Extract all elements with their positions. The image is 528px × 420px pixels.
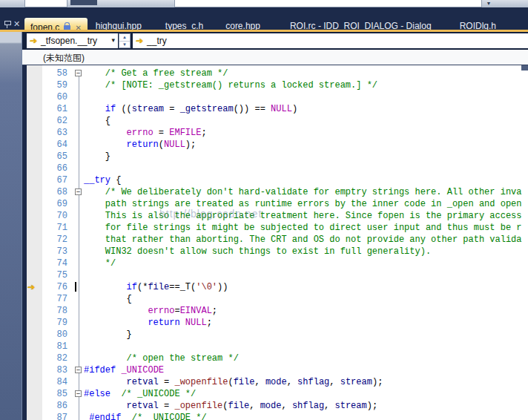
code-line: 73 WIN32 doesn't allow such things to ex… [22,246,528,257]
code-line: 58− /* Get a free stream */ [22,68,528,79]
fold-collapse-box[interactable]: − [75,70,82,76]
code-text: */ [84,257,116,269]
code-text: that rather than aborting. The CRT and O… [84,234,522,246]
code-text: #else /* _UNICODE */ [84,388,196,400]
code-line: 83−#ifdef _UNICODE [22,364,528,376]
code-text: /* open the stream */ [84,352,239,364]
code-text: if ((stream = _getstream()) == NULL) [84,103,297,115]
code-line: 81 [22,341,528,352]
navigation-bar: ➔ _tfsopen.__try ▾ ▲ ▼ ➔ __try [22,32,528,50]
context-dropdown[interactable]: ➔ __try [133,33,528,48]
close-icon[interactable]: ✕ [13,19,20,29]
code-line: 71 for file strings it might be subjecte… [22,222,528,234]
code-text: /* Get a free stream */ [84,68,228,79]
line-number: 79 [42,317,67,329]
line-number: 64 [42,139,67,151]
code-line: 77 { [22,293,528,305]
line-number: 65 [42,151,67,163]
current-statement-arrow-icon: ➔ [27,281,35,293]
code-line: 80 } [22,329,528,341]
line-number: 76 [42,281,67,293]
code-line: 85−#else /* _UNICODE */ [22,388,528,400]
nav-spinner: ▲ ▼ [119,33,131,48]
code-text: #endif /* _UNICODE */ [84,412,207,420]
code-text: WIN32 doesn't allow such things to exist… [84,246,431,257]
code-text: __try { [84,174,121,186]
code-line: 75 [22,269,528,281]
code-line: 63 errno = EMFILE; [22,127,528,139]
code-line: 84 retval = _wopenfile(file, mode, shfla… [22,376,528,388]
code-text: retval = _wopenfile(file, mode, shflag, … [84,376,383,388]
code-line: 60 [22,91,528,103]
line-number: 85 [42,388,67,400]
toolbar-button-partial[interactable] [70,0,97,5]
line-number: 63 [42,127,67,139]
line-number: 73 [42,246,67,257]
code-line: 79 return NULL; [22,317,528,329]
code-line: 61 if ((stream = _getstream()) == NULL) [22,103,528,115]
line-number: 83 [42,364,67,376]
code-text: path strings are treated as runtime erro… [84,198,522,210]
code-line: 74 */ [22,257,528,269]
code-text: } [84,329,132,341]
scope-label: (未知范围) [43,52,85,65]
code-text: return NULL; [84,317,212,329]
text-caret [75,282,76,292]
code-line: ➔76 if(*file==_T('\0')) [22,281,528,293]
code-text: } [84,151,110,163]
code-text: for file strings it might be subjected t… [84,222,522,234]
code-text: { [84,293,132,305]
fold-collapse-box[interactable]: − [75,188,82,195]
line-number: 84 [42,376,67,388]
pin-icon[interactable] [4,21,11,25]
code-line: 70 This is also the appropriate treatmen… [22,210,528,222]
fold-collapse-box[interactable]: − [75,390,82,397]
code-line: 65 } [22,151,528,163]
function-dropdown-value: _tfsopen.__try [41,36,97,46]
line-number: 62 [42,115,67,127]
nav-arrow-icon: ➔ [30,36,37,46]
line-number: 61 [42,103,67,115]
spinner-up-button[interactable]: ▲ [119,34,130,42]
line-number: 78 [42,305,67,317]
code-line: 66 [22,163,528,174]
line-number: 59 [42,79,67,91]
toolbar-searchbox-partial[interactable] [174,0,482,7]
line-number: 71 [42,222,67,234]
line-number: 81 [42,341,67,352]
line-number: 58 [42,68,67,79]
line-number: 70 [42,210,67,222]
line-number: 82 [42,352,67,364]
line-number: 74 [42,257,67,269]
line-number: 87 [42,412,67,420]
line-number: 77 [42,293,67,305]
code-line: 69 path strings are treated as runtime e… [22,198,528,210]
chevron-down-icon[interactable]: ▾ [111,36,115,44]
line-number: 69 [42,198,67,210]
line-number: 75 [42,269,67,281]
spinner-down-button[interactable]: ▼ [119,42,130,48]
code-line: 82 /* open the stream */ [22,352,528,364]
nav-arrow-icon: ➔ [136,36,143,46]
code-line: 86 retval = _openfile(file, mode, shflag… [22,400,528,412]
code-text: /* We deliberately don't hard-validate f… [84,186,522,198]
code-text: return(NULL); [84,139,196,151]
code-text: /* [NOTE: _getstream() returns a locked … [84,79,377,91]
document-tab-bar: ✕ fopen.c✕highgui.hpptypes_c.hcore.hppRO… [0,7,528,30]
code-line: 59 /* [NOTE: _getstream() returns a lock… [22,79,528,91]
fold-collapse-box[interactable]: − [75,367,82,373]
line-number: 80 [42,329,67,341]
scope-bar: (未知范围) [22,50,528,65]
function-dropdown[interactable]: ➔ _tfsopen.__try ▾ [27,33,118,48]
line-number: 60 [42,91,67,103]
toolbar-dropdown-arrow-icon[interactable]: ▼ [482,0,495,7]
code-editor[interactable]: 58− /* Get a free stream */59 /* [NOTE: … [22,65,528,420]
line-number: 86 [42,400,67,412]
line-number: 68 [42,186,67,198]
code-line: 87 #endif /* _UNICODE */ [22,412,528,420]
line-number: 66 [42,163,67,174]
code-text: #ifdef _UNICODE [84,364,164,376]
code-line: 64 return(NULL); [22,139,528,151]
code-line: 67__try { [22,174,528,186]
toolbar-combo-partial[interactable] [24,0,67,7]
